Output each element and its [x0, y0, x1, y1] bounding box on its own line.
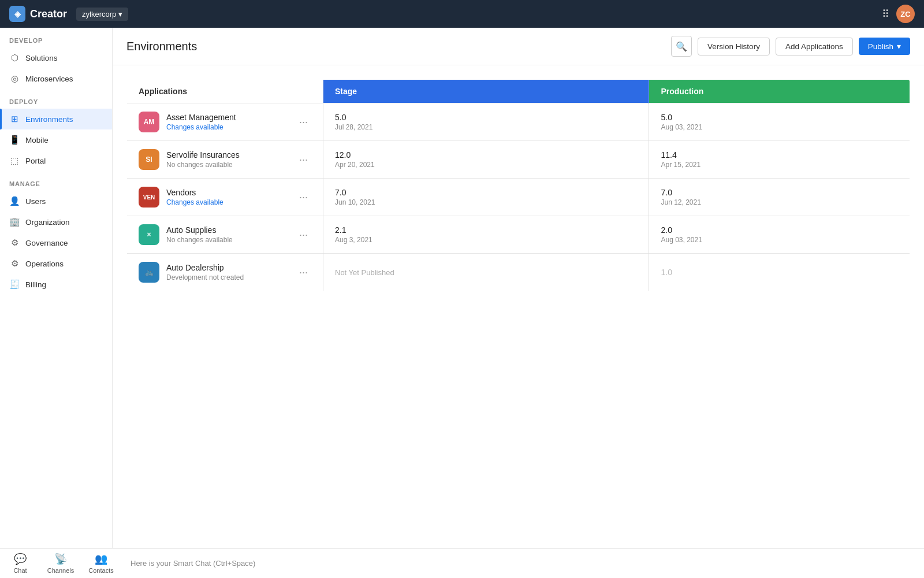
- bottom-bar: 💬 Chat 📡 Channels 👥 Contacts Here is you…: [0, 548, 924, 578]
- sidebar-label-users: Users: [25, 197, 46, 206]
- stage-cell-auto-dealership: Not Yet Published: [323, 254, 649, 291]
- header-actions: 🔍 Version History Add Applications Publi…: [671, 36, 910, 57]
- app-avatar: AM: [139, 112, 159, 132]
- app-name: Servolife Insurances: [166, 150, 289, 160]
- contacts-label: Contacts: [88, 567, 113, 574]
- app-cell-auto-dealership: 🚲Auto DealershipDevelopment not created·…: [127, 254, 323, 291]
- sidebar-label-organization: Organization: [25, 218, 70, 227]
- topbar: ◈ Creator zylkercorp ▾ ⠿ ZC: [0, 0, 924, 28]
- environments-icon: ⊞: [9, 114, 20, 124]
- org-dropdown-icon: ▾: [118, 10, 122, 18]
- app-avatar: ×: [139, 224, 159, 245]
- sidebar-item-users[interactable]: 👤 Users: [0, 191, 112, 212]
- stage-cell-vendors: 7.0Jun 10, 2021: [323, 179, 649, 216]
- app-cell-auto-supplies: ×Auto SuppliesNo changes available···: [127, 216, 323, 254]
- app-avatar: 🚲: [139, 262, 159, 283]
- page-title: Environments: [126, 40, 197, 53]
- search-button[interactable]: 🔍: [671, 36, 692, 57]
- sidebar-item-portal[interactable]: ⬚ Portal: [0, 150, 112, 171]
- stage-cell-asset-mgmt: 5.0Jul 28, 2021: [323, 103, 649, 141]
- stage-date: Apr 20, 2021: [335, 161, 637, 169]
- avatar[interactable]: ZC: [896, 5, 915, 23]
- sidebar-label-portal: Portal: [25, 157, 46, 165]
- sidebar: DEVELOP ⬡ Solutions ◎ Microservices DEPL…: [0, 28, 113, 548]
- sidebar-item-governance[interactable]: ⚙ Governance: [0, 232, 112, 253]
- col-header-production: Production: [649, 80, 910, 103]
- app-cell-vendors: VENVendorsChanges available···: [127, 179, 323, 216]
- stage-date: Jun 10, 2021: [335, 198, 637, 206]
- app-status: Changes available: [166, 123, 289, 131]
- app-avatar: SI: [139, 149, 159, 170]
- app-menu-button[interactable]: ···: [296, 227, 311, 243]
- prod-version: 1.0: [661, 268, 898, 277]
- manage-section-label: MANAGE: [0, 171, 112, 191]
- environments-table: Applications Stage Production AMAsset Ma…: [126, 79, 910, 291]
- stage-version: 2.1: [335, 225, 637, 235]
- stage-cell-auto-supplies: 2.1Aug 3, 2021: [323, 216, 649, 254]
- stage-cell-servolife: 12.0Apr 20, 2021: [323, 141, 649, 179]
- sidebar-label-microservices: Microservices: [25, 75, 73, 83]
- table-row: AMAsset ManagementChanges available···5.…: [127, 103, 910, 141]
- table-row: 🚲Auto DealershipDevelopment not created·…: [127, 254, 910, 291]
- smart-chat-hint[interactable]: Here is your Smart Chat (Ctrl+Space): [121, 559, 924, 568]
- add-applications-button[interactable]: Add Applications: [776, 38, 853, 55]
- stage-version: 12.0: [335, 150, 637, 160]
- contacts-button[interactable]: 👥 Contacts: [81, 549, 121, 577]
- main-layout: DEVELOP ⬡ Solutions ◎ Microservices DEPL…: [0, 28, 924, 548]
- channels-icon: 📡: [54, 553, 67, 565]
- col-header-stage: Stage: [323, 80, 649, 103]
- sidebar-label-operations: Operations: [25, 260, 64, 268]
- sidebar-label-mobile: Mobile: [25, 136, 49, 144]
- app-logo[interactable]: ◈ Creator: [9, 6, 67, 22]
- chat-icon: 💬: [14, 553, 27, 565]
- app-menu-button[interactable]: ···: [296, 264, 311, 281]
- publish-button[interactable]: Publish ▾: [859, 38, 910, 55]
- publish-dropdown-icon: ▾: [897, 42, 901, 51]
- org-name: zylkercorp: [82, 10, 116, 18]
- sidebar-label-governance: Governance: [25, 239, 68, 247]
- app-menu-button[interactable]: ···: [296, 189, 311, 206]
- sidebar-label-environments: Environments: [25, 115, 73, 124]
- sidebar-item-organization[interactable]: 🏢 Organization: [0, 212, 112, 232]
- operations-icon: ⚙: [9, 258, 20, 269]
- chat-button[interactable]: 💬 Chat: [0, 549, 40, 577]
- prod-version: 5.0: [661, 113, 898, 122]
- prod-version: 7.0: [661, 188, 898, 197]
- organization-icon: 🏢: [9, 217, 20, 227]
- prod-date: Aug 03, 2021: [661, 236, 898, 244]
- publish-label: Publish: [868, 42, 893, 51]
- app-menu-button[interactable]: ···: [296, 151, 311, 168]
- app-status: No changes available: [166, 161, 289, 169]
- search-icon: 🔍: [676, 41, 687, 52]
- app-name: Asset Management: [166, 113, 289, 122]
- org-selector[interactable]: zylkercorp ▾: [76, 8, 128, 21]
- channels-button[interactable]: 📡 Channels: [40, 549, 81, 577]
- sidebar-item-billing[interactable]: 🧾 Billing: [0, 274, 112, 295]
- table-row: SIServolife InsurancesNo changes availab…: [127, 141, 910, 179]
- stage-not-published: Not Yet Published: [335, 268, 637, 277]
- users-icon: 👤: [9, 196, 20, 206]
- sidebar-item-microservices[interactable]: ◎ Microservices: [0, 68, 112, 89]
- stage-date: Jul 28, 2021: [335, 123, 637, 131]
- app-cell-asset-mgmt: AMAsset ManagementChanges available···: [127, 103, 323, 141]
- col-header-applications: Applications: [127, 80, 323, 103]
- prod-version: 2.0: [661, 225, 898, 235]
- app-menu-button[interactable]: ···: [296, 114, 311, 131]
- sidebar-label-billing: Billing: [25, 280, 46, 289]
- version-history-button[interactable]: Version History: [698, 38, 770, 55]
- stage-date: Aug 3, 2021: [335, 236, 637, 244]
- app-cell-servolife: SIServolife InsurancesNo changes availab…: [127, 141, 323, 179]
- chat-label: Chat: [13, 567, 27, 574]
- sidebar-item-solutions[interactable]: ⬡ Solutions: [0, 47, 112, 68]
- prod-version: 11.4: [661, 150, 898, 160]
- app-name: Auto Supplies: [166, 225, 289, 235]
- mobile-icon: 📱: [9, 135, 20, 145]
- grid-icon[interactable]: ⠿: [882, 8, 889, 20]
- sidebar-item-mobile[interactable]: 📱 Mobile: [0, 129, 112, 150]
- app-status: Development not created: [166, 273, 289, 281]
- content-header: Environments 🔍 Version History Add Appli…: [113, 28, 924, 65]
- sidebar-item-environments[interactable]: ⊞ Environments: [0, 109, 112, 129]
- sidebar-item-operations[interactable]: ⚙ Operations: [0, 253, 112, 274]
- contacts-icon: 👥: [95, 553, 107, 565]
- app-name: Vendors: [166, 188, 289, 197]
